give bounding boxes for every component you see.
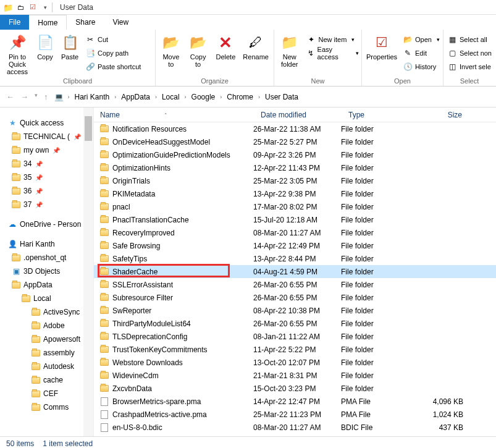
tree-item[interactable]: 35📌 [0, 171, 93, 184]
file-date: 08-Apr-22 10:38 PM [253, 306, 341, 315]
copy-button[interactable]: 📄 Copy [33, 32, 57, 61]
file-row[interactable]: PnaclTranslationCache15-Jul-20 12:18 AMF… [94, 213, 496, 226]
column-size[interactable]: Size [416, 111, 472, 119]
edit-button[interactable]: ✎Edit [403, 47, 440, 59]
tree-item[interactable]: TECHNICAL (📌 [0, 130, 93, 143]
select-all-button[interactable]: ▦Select all [447, 33, 492, 46]
file-type: File folder [341, 306, 415, 315]
file-row[interactable]: OptimizationHints12-Apr-22 11:43 PMFile … [94, 161, 496, 174]
tree-item[interactable]: Apowersoft [0, 332, 93, 346]
tree-item-icon [31, 321, 41, 331]
file-row[interactable]: ZxcvbnData15-Oct-20 3:23 PMFile folder [94, 382, 496, 395]
tab-home[interactable]: Home [29, 15, 67, 30]
paste-shortcut-button[interactable]: 🔗Paste shortcut [85, 61, 141, 73]
delete-button[interactable]: ✕ Delete [212, 32, 240, 61]
tree-item[interactable]: ☁OneDrive - Person [0, 218, 93, 231]
breadcrumb-segment[interactable]: Google [190, 91, 217, 103]
scrollbar-thumb[interactable] [85, 116, 92, 141]
file-row[interactable]: WidevineCdm21-Mar-21 8:31 PMFile folder [94, 369, 496, 382]
column-type[interactable]: Type [342, 111, 416, 119]
new-item-button[interactable]: ✦New item▾ [306, 33, 359, 46]
file-row[interactable]: Notification Resources26-Mar-22 11:38 AM… [94, 122, 496, 135]
breadcrumb-segment[interactable]: Chrome [225, 91, 254, 103]
tree-item-icon [11, 186, 21, 196]
tab-file[interactable]: File [0, 15, 29, 30]
tree-item[interactable]: ▣3D Objects [0, 264, 93, 278]
move-to-button[interactable]: 📂 Move to [158, 32, 184, 68]
properties-button[interactable]: ☑ Properties [364, 32, 399, 61]
forward-button[interactable]: → [20, 92, 28, 101]
pin-to-quick-access-button[interactable]: 📌 Pin to Quick access [2, 32, 32, 75]
tree-item[interactable]: 37📌 [0, 198, 93, 211]
recent-dropdown[interactable]: ▾ [35, 92, 38, 101]
file-row[interactable]: Subresource Filter26-Mar-20 6:55 PMFile … [94, 291, 496, 304]
file-row[interactable]: en-US-8-0.bdic08-Mar-20 11:27 AMBDIC Fil… [94, 421, 496, 434]
tree-item[interactable]: 34📌 [0, 157, 93, 171]
file-type: File folder [341, 164, 415, 172]
tree-item[interactable]: AppData [0, 278, 93, 292]
new-folder-icon: 📁 [281, 33, 298, 52]
breadcrumb-bar[interactable]: 💻 › Hari Kanth› AppData› Local› Google› … [54, 91, 490, 103]
tab-share[interactable]: Share [67, 15, 104, 30]
file-row[interactable]: OnDeviceHeadSuggestModel25-Mar-22 5:27 P… [94, 135, 496, 148]
tree-item[interactable]: Comms [0, 400, 93, 414]
file-row[interactable]: CrashpadMetrics-active.pma25-Mar-22 11:2… [94, 408, 496, 421]
file-row[interactable]: RecoveryImproved08-Mar-20 11:27 AMFile f… [94, 226, 496, 239]
rename-button[interactable]: 🖊 Rename [240, 32, 271, 61]
tree-item[interactable]: .openshot_qt [0, 251, 93, 264]
file-name: SafetyTips [111, 255, 253, 263]
new-folder-button[interactable]: 📁 New folder [277, 32, 303, 68]
cut-button[interactable]: ✂Cut [85, 33, 141, 46]
file-row[interactable]: SafetyTips13-Apr-22 8:44 PMFile folder [94, 252, 496, 265]
file-row[interactable]: BrowserMetrics-spare.pma14-Apr-22 12:47 … [94, 395, 496, 408]
tree-item[interactable]: my own📌 [0, 143, 93, 157]
breadcrumb-segment[interactable]: Local [161, 91, 181, 103]
file-row[interactable]: ShaderCache04-Aug-21 4:59 PMFile folder [94, 265, 496, 278]
tree-item[interactable]: Local [0, 292, 93, 305]
file-row[interactable]: TrustTokenKeyCommitments11-Apr-22 5:22 P… [94, 343, 496, 356]
properties-qat-icon[interactable]: ☑ [27, 2, 38, 13]
tree-item-icon [31, 361, 41, 371]
file-row[interactable]: PKIMetadata13-Apr-22 9:38 PMFile folder [94, 187, 496, 200]
column-name[interactable]: Name˄ [94, 111, 254, 119]
back-button[interactable]: ← [6, 92, 14, 101]
paste-button[interactable]: 📋 Paste [58, 32, 82, 61]
tree-item[interactable]: ★Quick access [0, 116, 93, 130]
history-button[interactable]: 🕓History [403, 61, 440, 73]
open-button[interactable]: 📂Open▾ [403, 33, 440, 46]
tab-view[interactable]: View [104, 15, 137, 30]
navigation-pane[interactable]: ★Quick accessTECHNICAL (📌my own📌34📌35📌36… [0, 108, 94, 436]
qat-dropdown-icon[interactable]: ▾ [40, 2, 51, 13]
navpane-scrollbar[interactable] [83, 108, 93, 436]
tree-item[interactable]: ActiveSync [0, 305, 93, 319]
file-row[interactable]: pnacl17-Mar-20 8:02 PMFile folder [94, 200, 496, 213]
file-type: File folder [341, 332, 415, 341]
tree-item[interactable]: CEF [0, 387, 93, 400]
pin-icon: 📌 [51, 147, 60, 154]
file-row[interactable]: OptimizationGuidePredictionModels09-Apr-… [94, 148, 496, 161]
breadcrumb-segment[interactable]: Hari Kanth [74, 91, 111, 103]
breadcrumb-segment[interactable]: AppData [120, 91, 151, 103]
file-row[interactable]: Webstore Downloads13-Oct-20 12:07 PMFile… [94, 356, 496, 369]
copy-to-button[interactable]: 📂 Copy to [185, 32, 211, 68]
file-row[interactable]: TLSDeprecationConfig08-Jan-21 11:22 AMFi… [94, 330, 496, 343]
file-row[interactable]: SSLErrorAssistant26-Mar-20 6:55 PMFile f… [94, 278, 496, 291]
column-date-modified[interactable]: Date modified [254, 111, 342, 119]
tree-item[interactable]: assembly [0, 346, 93, 360]
file-row[interactable]: ThirdPartyModuleList6426-Mar-20 6:55 PMF… [94, 317, 496, 330]
tree-item[interactable]: 👤Hari Kanth [0, 237, 93, 251]
tree-item[interactable]: Adobe [0, 319, 93, 332]
file-row[interactable]: OriginTrials25-Mar-22 3:05 PMFile folder [94, 174, 496, 187]
tree-item[interactable]: cache [0, 373, 93, 387]
copy-path-button[interactable]: 📑Copy path [85, 47, 141, 59]
invert-selection-button[interactable]: ◫Invert sele [447, 61, 492, 73]
easy-access-button[interactable]: ↯Easy access▾ [306, 47, 359, 59]
file-type: File folder [341, 345, 415, 354]
tree-item[interactable]: Autodesk [0, 360, 93, 373]
up-button[interactable]: ↑ [44, 92, 48, 101]
select-none-button[interactable]: ▢Select non [447, 47, 492, 59]
file-row[interactable]: SwReporter08-Apr-22 10:38 PMFile folder [94, 304, 496, 317]
breadcrumb-segment[interactable]: User Data [264, 91, 300, 103]
file-row[interactable]: Safe Browsing14-Apr-22 12:49 PMFile fold… [94, 239, 496, 252]
tree-item[interactable]: 36📌 [0, 184, 93, 198]
